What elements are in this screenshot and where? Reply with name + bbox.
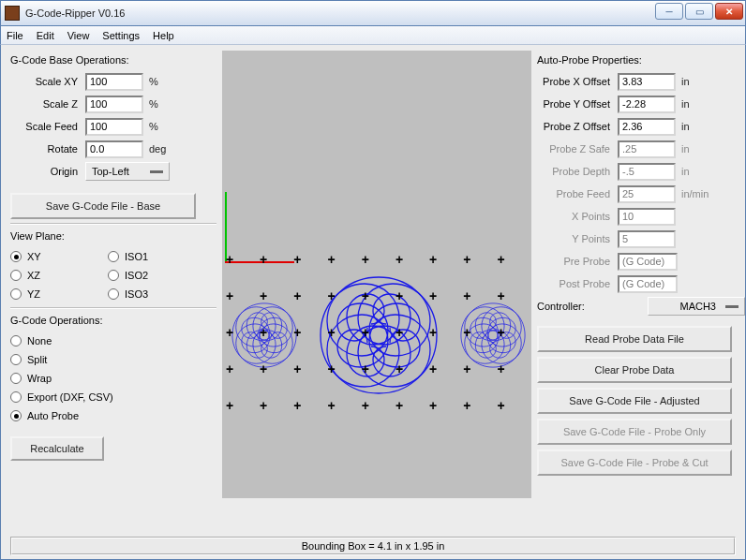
depth-unit: in	[681, 166, 690, 177]
preview-canvas[interactable]: ++++++++++++++++++++++++++++++++++++++++…	[222, 51, 531, 498]
radio-auto[interactable]: Auto Probe	[10, 406, 216, 425]
origin-label: Origin	[10, 166, 85, 177]
radio-wrap[interactable]: Wrap	[10, 369, 216, 388]
probe-point-icon: +	[291, 289, 304, 302]
xpts-input[interactable]	[618, 208, 676, 226]
probe-point-icon: +	[460, 253, 473, 266]
controller-value: MACH3	[679, 301, 716, 312]
depth-input[interactable]	[618, 163, 676, 181]
ops-title: G-Code Operations:	[10, 315, 216, 326]
probe-point-icon: +	[291, 326, 304, 339]
dropdown-bar-icon	[725, 305, 739, 308]
radio-dot-icon	[10, 391, 22, 403]
probe-point-icon: +	[529, 326, 531, 339]
scalexy-label: Scale XY	[10, 76, 85, 87]
menu-help[interactable]: Help	[153, 30, 174, 41]
menu-edit[interactable]: Edit	[37, 30, 54, 41]
maximize-button[interactable]: ▭	[685, 3, 713, 20]
probe-point-icon: +	[257, 326, 270, 339]
probe-point-icon: +	[426, 399, 440, 412]
save-adjusted-button[interactable]: Save G-Code File - Adjusted	[537, 388, 732, 414]
pre-input[interactable]	[618, 253, 678, 271]
probe-point-icon: +	[393, 289, 406, 302]
radio-iso3[interactable]: ISO3	[108, 285, 148, 303]
probe-point-icon: +	[393, 326, 406, 339]
titlebar: G-Code-Ripper V0.16 ─ ▭ ✕	[0, 0, 746, 26]
scalefeed-input[interactable]	[85, 118, 143, 136]
pre-label: Pre Probe	[537, 256, 618, 267]
radio-yz[interactable]: YZ	[10, 285, 108, 303]
probe-point-icon: +	[529, 289, 531, 302]
probe-point-icon: +	[426, 289, 440, 302]
probe-point-icon: +	[495, 399, 508, 412]
probe-point-icon: +	[359, 362, 372, 376]
probe-point-icon: +	[460, 326, 473, 339]
radio-xy[interactable]: XY	[10, 247, 108, 266]
probe-point-icon: +	[359, 253, 372, 266]
probe-point-icon: +	[257, 362, 270, 376]
scalexy-row: Scale XY %	[10, 71, 216, 92]
close-button[interactable]: ✕	[715, 3, 743, 20]
save-probe-cut-button: Save G-Code File - Probe & Cut	[537, 449, 732, 476]
menu-file[interactable]: File	[7, 30, 23, 41]
rotate-row: Rotate deg	[10, 139, 216, 159]
menu-settings[interactable]: Settings	[102, 30, 140, 41]
radio-xz[interactable]: XZ	[10, 266, 108, 285]
scalefeed-unit: %	[149, 121, 158, 132]
scalez-label: Scale Z	[10, 98, 85, 110]
probe-point-icon: +	[223, 326, 236, 339]
ypts-label: Y Points	[537, 233, 618, 244]
probe-point-icon: +	[460, 399, 473, 412]
scalefeed-label: Scale Feed	[10, 121, 85, 132]
rotate-unit: deg	[149, 143, 166, 155]
controller-option[interactable]: MACH3	[648, 297, 745, 316]
zsafe-input[interactable]	[618, 140, 676, 158]
minimize-button[interactable]: ─	[655, 3, 683, 20]
feed-label: Probe Feed	[537, 188, 618, 199]
radio-iso2[interactable]: ISO2	[108, 266, 148, 285]
probe-point-icon: +	[223, 399, 236, 412]
origin-value: Top-Left	[92, 166, 129, 177]
radio-none[interactable]: None	[10, 332, 216, 350]
probe-point-icon: +	[426, 326, 440, 339]
scalez-unit: %	[149, 98, 158, 110]
probe-point-icon: +	[426, 362, 440, 376]
probe-point-icon: +	[257, 289, 270, 302]
radio-split[interactable]: Split	[10, 350, 216, 369]
radio-export[interactable]: Export (DXF, CSV)	[10, 388, 216, 406]
recalc-button[interactable]: Recalculate	[10, 436, 104, 461]
radio-dot-icon	[10, 410, 22, 421]
post-input[interactable]	[618, 275, 678, 293]
clear-probe-button[interactable]: Clear Probe Data	[537, 357, 732, 383]
viewplane-title: View Plane:	[10, 230, 216, 242]
radio-dot-icon	[10, 335, 22, 346]
read-probe-button[interactable]: Read Probe Data File	[537, 326, 732, 352]
xoff-unit: in	[681, 76, 690, 87]
probe-point-icon: +	[325, 399, 338, 412]
origin-option[interactable]: Top-Left	[85, 162, 170, 181]
window-title: G-Code-Ripper V0.16	[25, 7, 125, 19]
rotate-input[interactable]	[85, 140, 143, 158]
radio-dot-icon	[108, 251, 119, 262]
yoff-label: Probe Y Offset	[537, 98, 618, 110]
controller-label: Controller:	[537, 301, 606, 312]
yoff-input[interactable]	[618, 96, 676, 113]
ypts-input[interactable]	[618, 230, 676, 248]
radio-iso1[interactable]: ISO1	[108, 247, 148, 266]
feed-unit: in/min	[681, 188, 709, 199]
scalexy-input[interactable]	[85, 73, 143, 91]
zoff-input[interactable]	[618, 118, 676, 136]
depth-label: Probe Depth	[537, 166, 618, 177]
scalez-row: Scale Z %	[10, 94, 216, 114]
menu-view[interactable]: View	[67, 30, 90, 41]
probe-point-icon: +	[291, 253, 304, 266]
probe-point-icon: +	[495, 253, 508, 266]
xoff-input[interactable]	[618, 73, 676, 91]
radio-dot-icon	[10, 251, 22, 262]
feed-input[interactable]	[618, 185, 676, 203]
status-text: Bounding Box = 4.1 in x 1.95 in	[302, 540, 445, 552]
save-base-button[interactable]: Save G-Code File - Base	[10, 193, 196, 219]
radio-dot-icon	[10, 373, 22, 384]
scalez-input[interactable]	[85, 96, 143, 113]
xoff-label: Probe X Offset	[537, 76, 618, 87]
